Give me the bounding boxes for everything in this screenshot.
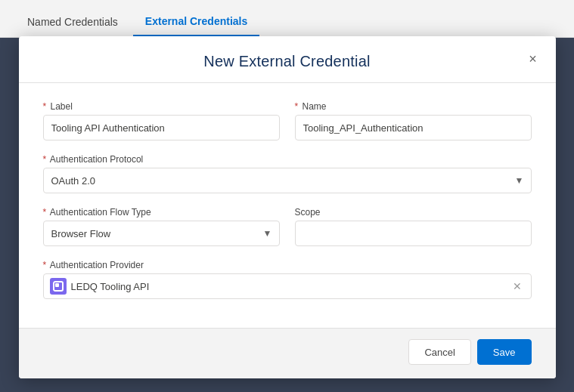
flow-scope-row: * Authentication Flow Type Browser Flow … <box>43 207 532 246</box>
modal-title: New External Credential <box>49 53 526 70</box>
name-group: * Name <box>295 101 532 140</box>
auth-provider-group: * Authentication Provider LEDQ Tooling A… <box>43 260 532 299</box>
label-field-label: * Label <box>43 101 280 112</box>
auth-protocol-label: * Authentication Protocol <box>43 154 532 165</box>
auth-flow-required-star: * <box>43 207 47 218</box>
tabs-bar: Named Credentials External Credentials <box>0 0 574 38</box>
scope-input[interactable] <box>295 221 532 246</box>
label-group: * Label <box>43 101 280 140</box>
modal-footer: Cancel Save <box>19 328 556 378</box>
auth-protocol-required-star: * <box>43 154 47 165</box>
save-button[interactable]: Save <box>477 339 532 365</box>
name-field-label: * Name <box>295 101 532 112</box>
auth-protocol-group: * Authentication Protocol OAuth 2.0 No A… <box>43 154 532 193</box>
auth-flow-label: * Authentication Flow Type <box>43 207 280 218</box>
provider-text: LEDQ Tooling API <box>71 281 510 292</box>
auth-flow-select[interactable]: Browser Flow Web Server Flow JWT Bearer <box>43 221 280 246</box>
name-input[interactable] <box>295 115 532 140</box>
modal-header: New External Credential × <box>19 36 556 83</box>
modal-body: * Label * Name * Authentication Protocol <box>19 83 556 328</box>
auth-provider-input-wrapper[interactable]: LEDQ Tooling API ✕ <box>43 273 532 299</box>
auth-protocol-select-wrapper: OAuth 2.0 No Authentication Custom ▼ <box>43 168 532 193</box>
tab-external-credentials[interactable]: External Credentials <box>133 8 259 37</box>
label-input[interactable] <box>43 115 280 140</box>
modal: New External Credential × * Label * Name <box>19 36 556 378</box>
auth-flow-select-wrapper: Browser Flow Web Server Flow JWT Bearer … <box>43 221 280 246</box>
auth-provider-required-star: * <box>43 260 47 270</box>
auth-protocol-select[interactable]: OAuth 2.0 No Authentication Custom <box>43 168 532 193</box>
provider-icon <box>50 278 67 295</box>
svg-rect-1 <box>55 283 59 287</box>
scope-field-label: Scope <box>295 207 532 218</box>
close-button[interactable]: × <box>523 48 544 69</box>
cancel-button[interactable]: Cancel <box>408 339 470 365</box>
auth-provider-label: * Authentication Provider <box>43 260 532 270</box>
label-name-row: * Label * Name <box>43 101 532 140</box>
tab-named-credentials[interactable]: Named Credentials <box>15 8 130 37</box>
provider-clear-button[interactable]: ✕ <box>510 280 525 292</box>
auth-provider-row: * Authentication Provider LEDQ Tooling A… <box>43 260 532 299</box>
auth-flow-group: * Authentication Flow Type Browser Flow … <box>43 207 280 246</box>
scope-group: Scope <box>295 207 532 246</box>
label-required-star: * <box>43 101 47 112</box>
auth-protocol-row: * Authentication Protocol OAuth 2.0 No A… <box>43 154 532 193</box>
provider-icon-svg <box>52 280 64 292</box>
name-required-star: * <box>295 101 299 112</box>
